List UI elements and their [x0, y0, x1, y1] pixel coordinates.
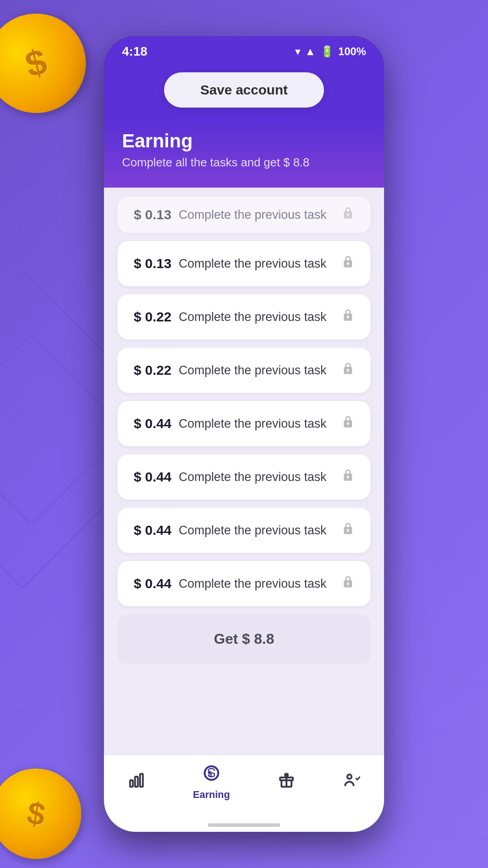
task-amount-6: $ 0.44	[134, 469, 171, 485]
task-amount-3: $ 0.22	[134, 309, 171, 325]
lock-icon-2	[342, 255, 354, 273]
task-label-1: Complete the previous task	[178, 208, 326, 222]
task-card-7[interactable]: $ 0.44Complete the previous task	[117, 508, 371, 553]
status-time: 4:18	[122, 44, 147, 59]
task-amount-1: $ 0.13	[134, 207, 171, 222]
coin-decoration-top: $	[0, 2, 97, 124]
save-account-area: Save account	[104, 63, 384, 121]
phone-frame: 4:18 ▾ ▲ 🔋 100% Save account Earning Com…	[104, 36, 384, 832]
nav-item-earning[interactable]: $ Earning	[193, 764, 230, 801]
task-card-3[interactable]: $ 0.22Complete the previous task	[117, 294, 371, 340]
earning-icon: $	[202, 764, 221, 786]
task-amount-5: $ 0.44	[134, 416, 171, 431]
svg-rect-26	[140, 774, 143, 787]
svg-rect-5	[347, 263, 348, 265]
home-indicator	[104, 818, 384, 832]
lock-icon-8	[342, 575, 354, 593]
task-amount-7: $ 0.44	[134, 523, 171, 538]
nav-item-friends[interactable]	[343, 772, 360, 793]
task-card-6[interactable]: $ 0.44Complete the previous task	[117, 454, 371, 500]
task-label-2: Complete the previous task	[178, 257, 326, 271]
friends-icon	[343, 772, 360, 793]
svg-rect-8	[347, 316, 348, 319]
svg-rect-24	[130, 780, 133, 787]
task-label-5: Complete the previous task	[178, 417, 326, 431]
task-card-1[interactable]: $ 0.13Complete the previous task	[117, 197, 371, 233]
lock-icon-5	[342, 415, 354, 433]
svg-rect-20	[347, 530, 348, 532]
task-amount-8: $ 0.44	[134, 576, 171, 591]
svg-point-31	[347, 774, 352, 779]
battery-icon: 🔋	[320, 45, 334, 58]
task-card-4[interactable]: $ 0.22Complete the previous task	[117, 348, 371, 393]
nav-item-stats[interactable]	[128, 772, 145, 793]
coin-decoration-bottom: $	[0, 761, 89, 866]
bottom-navigation: $ Earning	[104, 755, 384, 818]
nav-earning-label: Earning	[193, 789, 230, 801]
nav-item-gift[interactable]	[278, 772, 295, 793]
svg-rect-14	[347, 423, 348, 425]
header: Earning Complete all the tasks and get $…	[104, 121, 384, 188]
home-bar	[208, 823, 280, 827]
task-card-8[interactable]: $ 0.44Complete the previous task	[117, 561, 371, 606]
task-label-8: Complete the previous task	[178, 577, 326, 591]
get-button[interactable]: Get $ 8.8	[117, 614, 371, 664]
gift-icon	[278, 772, 295, 793]
task-card-2[interactable]: $ 0.13Complete the previous task	[117, 241, 371, 286]
signal-icon: ▲	[305, 45, 316, 58]
lock-icon-7	[342, 521, 354, 539]
svg-rect-25	[135, 777, 138, 787]
lock-icon-4	[342, 361, 354, 379]
task-list: $ 0.13Complete the previous task $ 0.13C…	[104, 188, 384, 755]
svg-rect-2	[347, 214, 348, 217]
svg-rect-11	[347, 370, 348, 372]
task-amount-2: $ 0.13	[134, 256, 171, 271]
task-label-7: Complete the previous task	[178, 524, 326, 538]
task-label-4: Complete the previous task	[178, 363, 326, 377]
status-icons: ▾ ▲ 🔋 100%	[295, 45, 366, 58]
task-label-3: Complete the previous task	[178, 310, 326, 324]
save-account-button[interactable]: Save account	[164, 72, 324, 108]
page-title: Earning	[122, 130, 366, 152]
header-subtitle: Complete all the tasks and get $ 8.8	[122, 156, 366, 170]
battery-percentage: 100%	[338, 45, 366, 58]
task-label-6: Complete the previous task	[178, 470, 326, 484]
status-bar: 4:18 ▾ ▲ 🔋 100%	[104, 36, 384, 63]
lock-icon-6	[342, 468, 354, 486]
svg-rect-17	[347, 476, 348, 479]
lock-icon-3	[342, 308, 354, 326]
wifi-icon: ▾	[295, 45, 300, 58]
stats-icon	[128, 772, 145, 793]
task-amount-4: $ 0.22	[134, 363, 171, 378]
task-card-5[interactable]: $ 0.44Complete the previous task	[117, 401, 371, 446]
svg-rect-23	[347, 583, 348, 585]
lock-icon-1	[342, 206, 354, 224]
